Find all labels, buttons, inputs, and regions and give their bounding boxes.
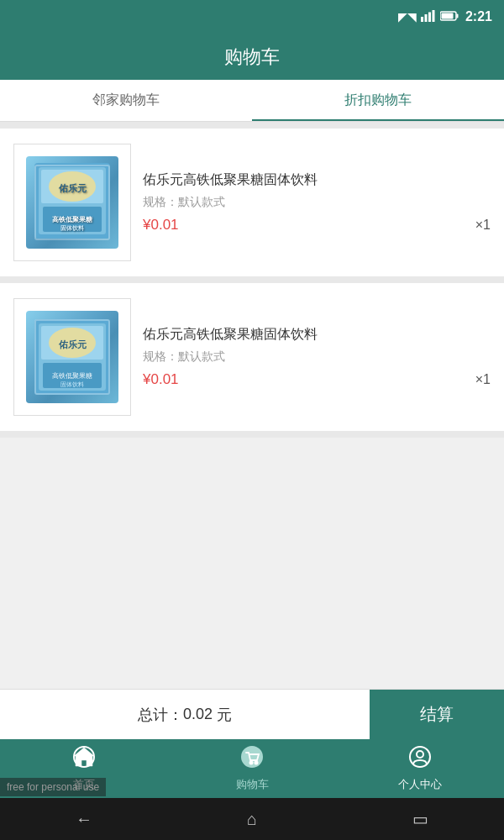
home-icon (72, 745, 96, 774)
svg-point-25 (250, 762, 253, 764)
total-unit-label: 元 (217, 705, 232, 725)
app-header: 购物车 (0, 34, 504, 80)
battery-icon (440, 10, 459, 24)
svg-rect-6 (456, 14, 458, 18)
svg-text:高铁低聚果糖: 高铁低聚果糖 (52, 215, 93, 223)
item-image: 佑乐元 高铁低聚果糖 固体饮料 (26, 156, 118, 249)
status-bar: ◤◥ 2:21 (0, 0, 504, 34)
svg-rect-2 (428, 12, 431, 22)
tab-discount-cart[interactable]: 折扣购物车 (252, 80, 504, 121)
signal-icon (421, 10, 436, 24)
watermark: free for personal use (0, 778, 106, 796)
checkout-bar: 总计： 0.02 元 结算 (0, 689, 504, 739)
product-box: 佑乐元 高铁低聚果糖 固体饮料 (26, 156, 118, 249)
item-bottom: ¥0.01 ×1 (143, 217, 491, 234)
svg-rect-17 (41, 326, 103, 360)
svg-rect-16 (39, 323, 106, 391)
total-section: 总计： 0.02 元 (0, 690, 370, 739)
tab-bar: 邻家购物车 折扣购物车 (0, 80, 504, 122)
svg-rect-9 (41, 170, 103, 203)
item-image-wrapper: 佑乐元 高铁低聚果糖 固体饮料 (13, 298, 131, 416)
nav-label-profile: 个人中心 (398, 777, 442, 792)
recents-icon: ▭ (412, 809, 428, 829)
item-image: 佑乐元 高铁低聚果糖 固体饮料 (26, 311, 118, 403)
product-box: 佑乐元 高铁低聚果糖 固体饮料 (26, 311, 118, 403)
product-label: 佑乐元 高铁低聚果糖 固体饮料 (34, 163, 110, 242)
system-nav-bar: ← ⌂ ▭ (0, 798, 504, 840)
item-details: 佑乐元高铁低聚果糖固体饮料 规格：默认款式 ¥0.01 ×1 (143, 171, 491, 234)
wifi-icon: ◤◥ (398, 10, 417, 24)
svg-rect-0 (421, 17, 423, 22)
svg-text:固体饮料: 固体饮料 (60, 381, 84, 388)
item-image-wrapper: 佑乐元 高铁低聚果糖 固体饮料 (13, 144, 131, 261)
cart-item: 佑乐元 高铁低聚果糖 固体饮料 佑乐元高铁低聚果糖固体饮料 规格：默认款式 ¥0… (0, 283, 504, 431)
svg-point-10 (49, 171, 96, 202)
item-bottom: ¥0.01 ×1 (143, 371, 491, 388)
home-button[interactable]: ⌂ (168, 810, 336, 829)
tab-neighbor-cart[interactable]: 邻家购物车 (0, 80, 252, 121)
svg-rect-15 (34, 319, 110, 395)
profile-icon (408, 745, 432, 774)
svg-rect-1 (424, 14, 427, 22)
cart-item: 佑乐元 高铁低聚果糖 固体饮料 佑乐元高铁低聚果糖固体饮料 规格：默认款式 ¥0… (0, 129, 504, 276)
svg-text:佑乐元: 佑乐元 (58, 339, 87, 349)
page-title: 购物车 (224, 45, 280, 70)
svg-rect-3 (432, 10, 434, 22)
item-spec: 规格：默认款式 (143, 349, 491, 365)
recents-button[interactable]: ▭ (336, 809, 504, 829)
item-price: ¥0.01 (143, 371, 179, 388)
cart-content: 佑乐元 高铁低聚果糖 固体饮料 佑乐元高铁低聚果糖固体饮料 规格：默认款式 ¥0… (0, 122, 504, 438)
svg-rect-20 (43, 363, 102, 388)
status-icons: ◤◥ (398, 10, 459, 24)
svg-rect-8 (39, 167, 106, 234)
item-price: ¥0.01 (143, 217, 179, 234)
checkout-button[interactable]: 结算 (370, 690, 504, 739)
time-display: 2:21 (465, 9, 492, 24)
svg-point-28 (417, 751, 423, 758)
svg-rect-5 (441, 13, 453, 19)
item-name: 佑乐元高铁低聚果糖固体饮料 (143, 171, 491, 189)
nav-label-cart: 购物车 (236, 777, 269, 792)
svg-text:高铁低聚果糖: 高铁低聚果糖 (52, 372, 92, 380)
item-quantity: ×1 (475, 372, 491, 387)
item-name: 佑乐元高铁低聚果糖固体饮料 (143, 326, 491, 344)
back-button[interactable]: ← (0, 810, 168, 829)
svg-text:固体饮料: 固体饮料 (60, 224, 85, 232)
cart-icon (240, 745, 264, 774)
nav-item-cart[interactable]: 购物车 (168, 739, 336, 798)
back-icon: ← (76, 810, 92, 829)
svg-point-26 (255, 762, 258, 764)
svg-text:佑乐元: 佑乐元 (58, 183, 87, 193)
total-amount: 0.02 (183, 706, 213, 723)
item-details: 佑乐元高铁低聚果糖固体饮料 规格：默认款式 ¥0.01 ×1 (143, 326, 491, 389)
item-spec: 规格：默认款式 (143, 195, 491, 210)
svg-rect-7 (34, 163, 110, 239)
nav-item-profile[interactable]: 个人中心 (336, 739, 504, 798)
total-label: 总计： (138, 705, 183, 725)
svg-point-18 (49, 328, 96, 358)
item-quantity: ×1 (475, 218, 491, 233)
system-home-icon: ⌂ (247, 810, 257, 829)
svg-rect-12 (43, 207, 102, 232)
